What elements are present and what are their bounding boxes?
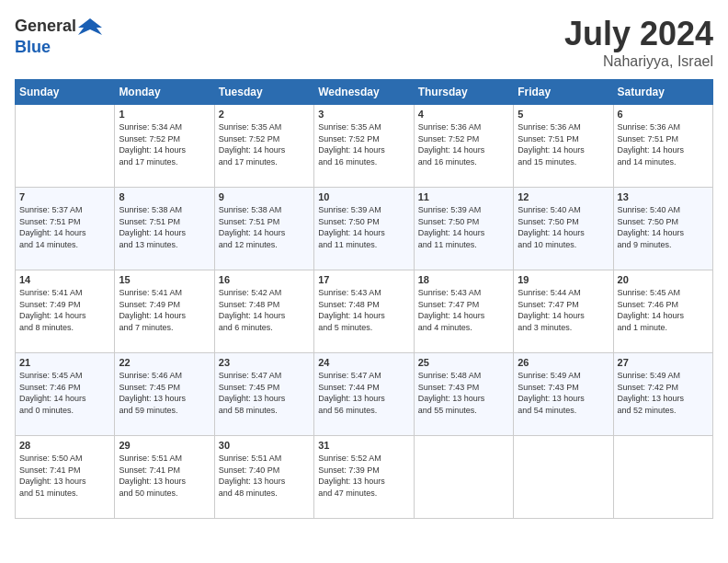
day-cell: 21Sunrise: 5:45 AM Sunset: 7:46 PM Dayli…	[16, 353, 115, 436]
day-number: 21	[19, 357, 110, 368]
day-number: 8	[119, 191, 210, 202]
day-number: 9	[219, 191, 310, 202]
day-cell: 13Sunrise: 5:40 AM Sunset: 7:50 PM Dayli…	[613, 188, 712, 270]
day-cell: 29Sunrise: 5:51 AM Sunset: 7:41 PM Dayli…	[115, 436, 214, 519]
col-header-wednesday: Wednesday	[314, 80, 414, 105]
day-info: Sunrise: 5:46 AM Sunset: 7:45 PM Dayligh…	[119, 370, 210, 416]
day-info: Sunrise: 5:34 AM Sunset: 7:52 PM Dayligh…	[119, 121, 210, 167]
day-info: Sunrise: 5:51 AM Sunset: 7:41 PM Dayligh…	[119, 453, 210, 499]
day-number: 13	[618, 191, 709, 202]
logo-blue: Blue	[15, 39, 102, 57]
day-cell: 19Sunrise: 5:44 AM Sunset: 7:47 PM Dayli…	[514, 270, 613, 353]
day-number: 24	[318, 357, 409, 368]
day-cell: 27Sunrise: 5:49 AM Sunset: 7:42 PM Dayli…	[613, 353, 712, 436]
day-cell: 16Sunrise: 5:42 AM Sunset: 7:48 PM Dayli…	[214, 270, 313, 353]
day-info: Sunrise: 5:41 AM Sunset: 7:49 PM Dayligh…	[19, 287, 110, 333]
col-header-friday: Friday	[514, 80, 613, 105]
day-number: 25	[418, 357, 509, 368]
day-cell: 8Sunrise: 5:38 AM Sunset: 7:51 PM Daylig…	[115, 188, 214, 270]
day-info: Sunrise: 5:43 AM Sunset: 7:48 PM Dayligh…	[318, 287, 409, 333]
day-info: Sunrise: 5:36 AM Sunset: 7:52 PM Dayligh…	[418, 121, 509, 167]
day-info: Sunrise: 5:37 AM Sunset: 7:51 PM Dayligh…	[19, 204, 110, 250]
location-title: Nahariyya, Israel	[564, 53, 713, 70]
day-info: Sunrise: 5:43 AM Sunset: 7:47 PM Dayligh…	[418, 287, 509, 333]
day-info: Sunrise: 5:40 AM Sunset: 7:50 PM Dayligh…	[518, 204, 609, 250]
day-info: Sunrise: 5:35 AM Sunset: 7:52 PM Dayligh…	[318, 121, 409, 167]
day-cell	[613, 436, 712, 519]
day-cell: 20Sunrise: 5:45 AM Sunset: 7:46 PM Dayli…	[613, 270, 712, 353]
week-row-4: 21Sunrise: 5:45 AM Sunset: 7:46 PM Dayli…	[16, 353, 713, 436]
day-info: Sunrise: 5:38 AM Sunset: 7:51 PM Dayligh…	[119, 204, 210, 250]
day-cell: 1Sunrise: 5:34 AM Sunset: 7:52 PM Daylig…	[115, 105, 214, 188]
day-cell	[16, 105, 115, 188]
day-cell: 22Sunrise: 5:46 AM Sunset: 7:45 PM Dayli…	[115, 353, 214, 436]
day-info: Sunrise: 5:50 AM Sunset: 7:41 PM Dayligh…	[19, 453, 110, 499]
title-block: July 2024 Nahariyya, Israel	[564, 15, 713, 70]
day-cell: 17Sunrise: 5:43 AM Sunset: 7:48 PM Dayli…	[314, 270, 414, 353]
day-cell: 24Sunrise: 5:47 AM Sunset: 7:44 PM Dayli…	[314, 353, 414, 436]
day-number: 12	[518, 191, 609, 202]
header-row: SundayMondayTuesdayWednesdayThursdayFrid…	[16, 80, 713, 105]
day-cell	[514, 436, 613, 519]
day-cell: 26Sunrise: 5:49 AM Sunset: 7:43 PM Dayli…	[514, 353, 613, 436]
day-number: 5	[518, 109, 609, 120]
day-cell: 4Sunrise: 5:36 AM Sunset: 7:52 PM Daylig…	[414, 105, 513, 188]
day-cell: 12Sunrise: 5:40 AM Sunset: 7:50 PM Dayli…	[514, 188, 613, 270]
day-info: Sunrise: 5:45 AM Sunset: 7:46 PM Dayligh…	[19, 370, 110, 416]
week-row-3: 14Sunrise: 5:41 AM Sunset: 7:49 PM Dayli…	[16, 270, 713, 353]
logo-text-block: General Blue	[15, 15, 102, 57]
col-header-monday: Monday	[115, 80, 214, 105]
day-info: Sunrise: 5:38 AM Sunset: 7:51 PM Dayligh…	[219, 204, 310, 250]
day-info: Sunrise: 5:39 AM Sunset: 7:50 PM Dayligh…	[318, 204, 409, 250]
page-header: General Blue July 2024 Nahariyya, Israel	[15, 15, 713, 70]
day-number: 31	[318, 440, 409, 451]
day-info: Sunrise: 5:40 AM Sunset: 7:50 PM Dayligh…	[618, 204, 709, 250]
logo: General Blue	[15, 15, 102, 57]
week-row-1: 1Sunrise: 5:34 AM Sunset: 7:52 PM Daylig…	[16, 105, 713, 188]
day-number: 1	[119, 109, 210, 120]
day-info: Sunrise: 5:49 AM Sunset: 7:43 PM Dayligh…	[518, 370, 609, 416]
day-number: 15	[119, 274, 210, 285]
day-cell: 14Sunrise: 5:41 AM Sunset: 7:49 PM Dayli…	[16, 270, 115, 353]
day-info: Sunrise: 5:51 AM Sunset: 7:40 PM Dayligh…	[219, 453, 310, 499]
day-number: 29	[119, 440, 210, 451]
day-number: 3	[318, 109, 409, 120]
calendar-table: SundayMondayTuesdayWednesdayThursdayFrid…	[15, 79, 713, 519]
day-number: 28	[19, 440, 110, 451]
col-header-sunday: Sunday	[16, 80, 115, 105]
day-cell: 7Sunrise: 5:37 AM Sunset: 7:51 PM Daylig…	[16, 188, 115, 270]
day-cell: 18Sunrise: 5:43 AM Sunset: 7:47 PM Dayli…	[414, 270, 513, 353]
week-row-2: 7Sunrise: 5:37 AM Sunset: 7:51 PM Daylig…	[16, 188, 713, 270]
day-cell: 2Sunrise: 5:35 AM Sunset: 7:52 PM Daylig…	[214, 105, 313, 188]
day-number: 22	[119, 357, 210, 368]
col-header-saturday: Saturday	[613, 80, 712, 105]
day-cell: 3Sunrise: 5:35 AM Sunset: 7:52 PM Daylig…	[314, 105, 414, 188]
week-row-5: 28Sunrise: 5:50 AM Sunset: 7:41 PM Dayli…	[16, 436, 713, 519]
day-cell	[414, 436, 513, 519]
day-cell: 5Sunrise: 5:36 AM Sunset: 7:51 PM Daylig…	[514, 105, 613, 188]
day-number: 19	[518, 274, 609, 285]
day-number: 26	[518, 357, 609, 368]
day-number: 17	[318, 274, 409, 285]
day-cell: 6Sunrise: 5:36 AM Sunset: 7:51 PM Daylig…	[613, 105, 712, 188]
day-info: Sunrise: 5:45 AM Sunset: 7:46 PM Dayligh…	[618, 287, 709, 333]
col-header-tuesday: Tuesday	[214, 80, 313, 105]
day-info: Sunrise: 5:52 AM Sunset: 7:39 PM Dayligh…	[318, 453, 409, 499]
day-cell: 30Sunrise: 5:51 AM Sunset: 7:40 PM Dayli…	[214, 436, 313, 519]
day-info: Sunrise: 5:47 AM Sunset: 7:44 PM Dayligh…	[318, 370, 409, 416]
day-info: Sunrise: 5:44 AM Sunset: 7:47 PM Dayligh…	[518, 287, 609, 333]
day-info: Sunrise: 5:49 AM Sunset: 7:42 PM Dayligh…	[618, 370, 709, 416]
day-number: 4	[418, 109, 509, 120]
day-number: 2	[219, 109, 310, 120]
month-title: July 2024	[564, 15, 713, 53]
day-number: 14	[19, 274, 110, 285]
day-number: 7	[19, 191, 110, 202]
day-number: 6	[618, 109, 709, 120]
day-number: 20	[618, 274, 709, 285]
day-number: 10	[318, 191, 409, 202]
day-cell: 23Sunrise: 5:47 AM Sunset: 7:45 PM Dayli…	[214, 353, 313, 436]
day-cell: 11Sunrise: 5:39 AM Sunset: 7:50 PM Dayli…	[414, 188, 513, 270]
day-cell: 31Sunrise: 5:52 AM Sunset: 7:39 PM Dayli…	[314, 436, 414, 519]
day-info: Sunrise: 5:39 AM Sunset: 7:50 PM Dayligh…	[418, 204, 509, 250]
col-header-thursday: Thursday	[414, 80, 513, 105]
